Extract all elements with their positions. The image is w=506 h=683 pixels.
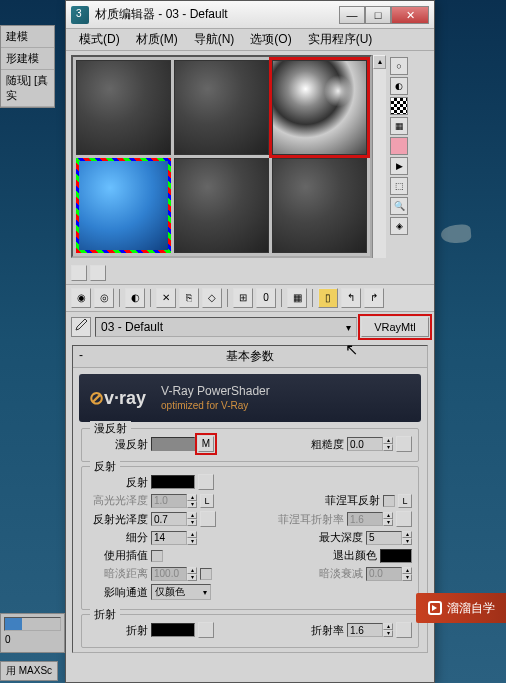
refl-gloss-spinner[interactable]: ▴▾ (151, 512, 197, 526)
material-id-button[interactable]: 0 (256, 288, 276, 308)
fresnel-ior-spinner[interactable]: ▴▾ (347, 512, 393, 526)
reset-map-button[interactable]: ✕ (156, 288, 176, 308)
close-button[interactable]: ✕ (391, 6, 429, 24)
fresnel-ior-map-button[interactable] (396, 511, 412, 527)
refract-legend: 折射 (90, 607, 120, 622)
material-slot-5[interactable] (174, 158, 269, 253)
vray-title: V-Ray PowerShader (161, 384, 270, 400)
show-map-button[interactable]: ▦ (287, 288, 307, 308)
dim-falloff-label: 暗淡衰减 (319, 566, 363, 581)
exit-color-swatch[interactable] (380, 549, 412, 563)
dim-falloff-spinner[interactable]: ▴▾ (366, 567, 412, 581)
material-slot-1[interactable] (76, 60, 171, 155)
background-button[interactable] (390, 97, 408, 115)
menu-mode[interactable]: 模式(D) (71, 29, 128, 50)
refl-gloss-label: 反射光泽度 (88, 512, 148, 527)
make-copy-button[interactable]: ⎘ (179, 288, 199, 308)
separator (119, 289, 120, 307)
hscroll-right-button[interactable] (90, 265, 106, 281)
menu-utilities[interactable]: 实用程序(U) (300, 29, 381, 50)
slots-scrollbar[interactable]: ▴ (372, 55, 386, 258)
timeline-track[interactable] (4, 617, 61, 631)
material-toolbar: ◉ ◎ ◐ ✕ ⎘ ◇ ⊞ 0 ▦ ▯ ↰ ↱ (66, 284, 434, 312)
hilight-gloss-spinner[interactable]: ▴▾ (151, 494, 197, 508)
dim-distance-spinner[interactable]: ▴▾ (151, 567, 197, 581)
separator (227, 289, 228, 307)
max-depth-label: 最大深度 (319, 530, 363, 545)
material-slot-3-active[interactable] (272, 60, 367, 155)
refract-color-swatch[interactable] (151, 623, 195, 637)
material-slot-2[interactable] (174, 60, 269, 155)
make-unique-button[interactable]: ◇ (202, 288, 222, 308)
vray-logo-icon: ⊘v·ray (89, 387, 146, 409)
menubar: 模式(D) 材质(M) 导航(N) 选项(O) 实用程序(U) (66, 29, 434, 51)
menu-options[interactable]: 选项(O) (242, 29, 299, 50)
scroll-up-icon[interactable]: ▴ (373, 55, 386, 69)
put-material-button[interactable]: ◎ (94, 288, 114, 308)
status-item: 用 MAXSc (0, 661, 58, 681)
roughness-map-button[interactable] (396, 436, 412, 452)
right-toolbar: ○ ◐ ▦ ▶ ⬚ 🔍 ◈ (388, 55, 410, 258)
separator (312, 289, 313, 307)
max-depth-spinner[interactable]: ▴▾ (366, 531, 412, 545)
ior-spinner[interactable]: ▴▾ (347, 623, 393, 637)
select-by-material-button[interactable]: 🔍 (390, 197, 408, 215)
put-to-library-button[interactable]: ⊞ (233, 288, 253, 308)
show-end-result-button[interactable]: ▯ (318, 288, 338, 308)
affect-channels-label: 影响通道 (88, 585, 148, 600)
menu-material[interactable]: 材质(M) (128, 29, 186, 50)
diffuse-color-swatch[interactable] (151, 437, 195, 451)
app-icon (71, 6, 89, 24)
ior-map-button[interactable] (396, 622, 412, 638)
refract-label: 折射 (88, 623, 148, 638)
refract-group: 折射 折射 折射率 ▴▾ (81, 614, 419, 648)
reflect-legend: 反射 (90, 459, 120, 474)
separator (150, 289, 151, 307)
fresnel-checkbox[interactable] (383, 495, 395, 507)
pick-material-button[interactable] (71, 317, 91, 337)
vray-banner: ⊘v·ray V-Ray PowerShader optimized for V… (79, 374, 421, 422)
reflect-color-swatch[interactable] (151, 475, 195, 489)
backlight-button[interactable]: ◐ (390, 77, 408, 95)
material-slot-4[interactable] (76, 158, 171, 253)
material-type-button[interactable]: VRayMtl (361, 317, 429, 337)
subdivs-spinner[interactable]: ▴▾ (151, 531, 197, 545)
make-preview-button[interactable]: ▶ (390, 157, 408, 175)
left-panel-item[interactable]: 建模 (1, 26, 54, 48)
options-button[interactable]: ⬚ (390, 177, 408, 195)
subdivs-label: 细分 (88, 530, 148, 545)
dim-distance-checkbox[interactable] (200, 568, 212, 580)
video-color-button[interactable] (390, 137, 408, 155)
use-interp-checkbox[interactable] (151, 550, 163, 562)
fresnel-label: 菲涅耳反射 (325, 493, 380, 508)
refract-map-button[interactable] (198, 622, 214, 638)
roughness-spinner[interactable]: ▴▾ (347, 437, 393, 451)
refl-gloss-map-button[interactable] (200, 511, 216, 527)
reflect-map-button[interactable] (198, 474, 214, 490)
dim-distance-label: 暗淡距离 (88, 566, 148, 581)
material-slot-6[interactable] (272, 158, 367, 253)
menu-navigation[interactable]: 导航(N) (186, 29, 243, 50)
diffuse-label: 漫反射 (88, 437, 148, 452)
sample-uv-button[interactable]: ▦ (390, 117, 408, 135)
titlebar[interactable]: 材质编辑器 - 03 - Default — □ ✕ (66, 1, 434, 29)
hscroll-left-button[interactable] (71, 265, 87, 281)
material-name-dropdown[interactable]: 03 - Default (95, 317, 357, 337)
status-bar: 用 MAXSc (0, 661, 120, 681)
go-forward-button[interactable]: ↱ (364, 288, 384, 308)
assign-material-button[interactable]: ◐ (125, 288, 145, 308)
restore-button[interactable]: □ (365, 6, 391, 24)
minimize-button[interactable]: — (339, 6, 365, 24)
affect-channels-dropdown[interactable]: 仅颜色 (151, 584, 211, 600)
sample-type-button[interactable]: ○ (390, 57, 408, 75)
left-panel-item[interactable]: 随现] [真实 (1, 70, 54, 107)
window-title: 材质编辑器 - 03 - Default (95, 6, 339, 23)
material-map-navigator-button[interactable]: ◈ (390, 217, 408, 235)
lock-fresnel-button[interactable]: L (398, 494, 412, 508)
lock-hilight-button[interactable]: L (200, 494, 214, 508)
diffuse-map-button[interactable]: M (198, 436, 214, 452)
get-material-button[interactable]: ◉ (71, 288, 91, 308)
rollup-basic-params[interactable]: - 基本参数 (73, 346, 427, 368)
go-to-parent-button[interactable]: ↰ (341, 288, 361, 308)
left-panel-item[interactable]: 形建模 (1, 48, 54, 70)
